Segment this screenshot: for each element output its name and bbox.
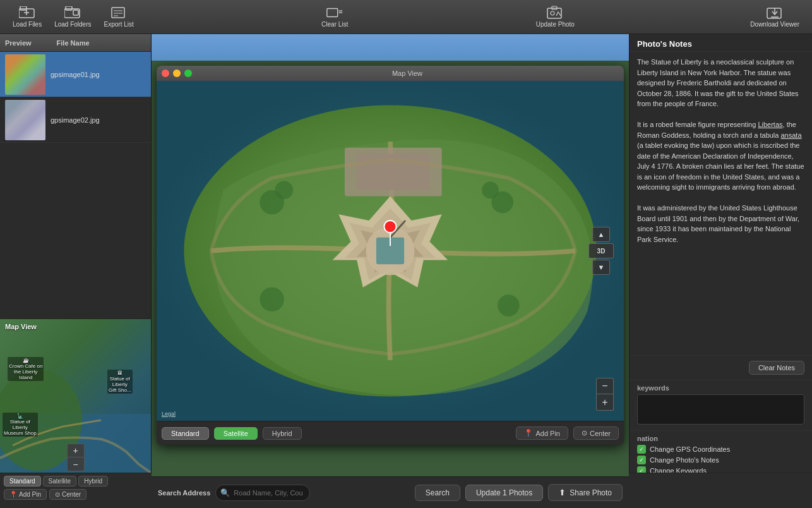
map-zoom-out-button[interactable]: − [596, 378, 614, 394]
download-viewer-button[interactable]: Download Viewer [744, 3, 806, 30]
mini-tab-standard[interactable]: Standard [4, 476, 41, 487]
mini-zoom-in-button[interactable]: + [67, 444, 85, 457]
load-files-button[interactable]: Load Files [6, 3, 48, 30]
mini-map-controls: + − [0, 444, 151, 471]
legal-link[interactable]: Legal [162, 411, 176, 417]
file-name: gpsimage02.jpg [51, 116, 100, 124]
map-tab-standard[interactable]: Standard [162, 427, 209, 440]
map-tab-hybrid[interactable]: Hybrid [263, 427, 302, 440]
notes-content: The Statue of Liberty is a neoclassical … [630, 52, 812, 355]
option-label-notes: Change Photo's Notes [650, 456, 719, 464]
map-window-titlebar: Map View [157, 66, 624, 81]
file-thumbnail [5, 54, 45, 95]
file-list: gpsimage01.jpg gpsimage02.jpg [0, 52, 151, 318]
left-panel: Preview File Name gpsimage01.jpg gpsimag… [0, 34, 152, 508]
svg-point-38 [384, 221, 396, 233]
svg-rect-5 [66, 6, 72, 10]
clear-notes-button[interactable]: Clear Notes [749, 361, 804, 375]
mini-label-text: Statue ofLibertyMuseum Shop [4, 419, 37, 436]
map-3d-button[interactable]: 3D [588, 243, 614, 258]
file-name: gpsimage01.jpg [51, 71, 100, 78]
export-list-icon [110, 6, 128, 20]
map-south-button[interactable]: ▼ [592, 260, 610, 275]
map-tab-satellite[interactable]: Satellite [214, 427, 258, 440]
center-icon: ⊙ [582, 429, 587, 437]
update-photo-button[interactable]: Update Photo [530, 3, 581, 30]
col-header-preview: Preview [5, 39, 32, 47]
map-3d-controls: ▲ 3D ▼ [588, 227, 614, 275]
mini-pin-icon: 📍 [9, 491, 17, 498]
mini-label-text: Statue ofLibertyGift Sho... [109, 376, 131, 393]
svg-rect-11 [327, 8, 338, 16]
map-zoom-buttons: − + [596, 378, 614, 411]
svg-point-32 [275, 181, 293, 200]
svg-point-36 [498, 294, 520, 317]
svg-point-35 [260, 287, 284, 311]
option-label-gps: Change GPS Coordinates [650, 445, 730, 453]
keywords-input[interactable] [637, 394, 804, 425]
mini-label-crown-cafe: ☕ Crown Cafe onthe LibertyIsland [8, 357, 44, 381]
search-magnifier-icon: 🔍 [220, 488, 230, 497]
main-area: Preview File Name gpsimage01.jpg gpsimag… [0, 34, 812, 508]
file-item[interactable]: gpsimage02.jpg [0, 97, 151, 143]
top-bar [152, 34, 629, 61]
map-add-pin-button[interactable]: 📍 Add Pin [516, 426, 568, 440]
thumbnail-image [5, 100, 45, 140]
mini-label-text: Crown Cafe onthe LibertyIsland [9, 363, 42, 380]
map-window: Map View [157, 66, 624, 445]
mini-zoom-out-button[interactable]: − [67, 457, 85, 471]
option-row-gps: ✓ Change GPS Coordinates [637, 445, 804, 454]
map-bottom-controls: Standard Satellite Hybrid 📍 Add Pin ⊙ Ce… [157, 421, 624, 445]
search-address-label: Search Address [158, 489, 210, 497]
share-icon: ⬆ [559, 488, 566, 497]
col-header-filename: File Name [57, 39, 90, 47]
notes-text: The Statue of Liberty is a neoclassical … [637, 57, 804, 109]
toolbar: Load Files Load Folders Export List Clea… [0, 0, 812, 34]
map-window-content[interactable]: ▲ 3D ▼ − + Legal [157, 81, 624, 421]
load-folders-icon [64, 6, 81, 20]
export-list-button[interactable]: Export List [98, 3, 140, 30]
update-photo-icon [546, 6, 564, 20]
update-photos-button[interactable]: Update 1 Photos [465, 485, 543, 501]
option-check-gps[interactable]: ✓ [637, 445, 646, 454]
option-row-notes: ✓ Change Photo's Notes [637, 456, 804, 464]
share-photo-button[interactable]: ⬆ Share Photo [548, 484, 623, 501]
svg-point-34 [482, 181, 499, 198]
center-panel: Map View [152, 34, 629, 508]
file-list-header: Preview File Name [0, 34, 151, 52]
satellite-map-svg [157, 81, 624, 421]
file-thumbnail [5, 100, 45, 140]
mini-tab-satellite[interactable]: Satellite [43, 476, 77, 487]
map-center-button[interactable]: ⊙ Center [573, 426, 619, 440]
svg-rect-1 [20, 6, 27, 10]
map-window-title: Map View [196, 70, 619, 77]
bottom-bar: Search Address 🔍 Search Update 1 Photos … [152, 476, 629, 508]
svg-rect-6 [73, 10, 78, 15]
option-check-notes[interactable]: ✓ [637, 456, 646, 464]
file-item[interactable]: gpsimage01.jpg [0, 52, 151, 97]
svg-rect-7 [112, 8, 124, 18]
mini-center-button[interactable]: ⊙ Center [49, 489, 87, 500]
window-close-button[interactable] [162, 70, 169, 77]
large-map[interactable]: Map View [152, 61, 629, 476]
load-folders-button[interactable]: Load Folders [48, 3, 97, 30]
mini-label-statue-gift: 🏛 Statue ofLibertyGift Sho... [107, 370, 133, 394]
search-button[interactable]: Search [415, 485, 460, 501]
mini-label-icon-crown: ☕ [9, 358, 42, 363]
window-minimize-button[interactable] [173, 70, 181, 77]
mini-map-title: Map View [5, 323, 37, 330]
download-viewer-icon [766, 6, 784, 20]
map-north-button[interactable]: ▲ [592, 227, 610, 242]
mini-tab-hybrid[interactable]: Hybrid [78, 476, 108, 487]
notes-actions: Clear Notes [630, 355, 812, 380]
mini-label-statue-museum: 🗽 Statue ofLibertyMuseum Shop [3, 413, 38, 437]
mini-label-icon-gift: 🏛 [109, 370, 131, 376]
load-files-icon [18, 6, 36, 20]
mini-label-icon-museum: 🗽 [4, 413, 37, 419]
notes-text-2: It is a robed female figure representing… [637, 119, 804, 193]
map-zoom-in-button[interactable]: + [596, 394, 614, 411]
clear-list-button[interactable]: Clear List [303, 3, 366, 30]
options-label: nation [637, 435, 804, 442]
mini-add-pin-button[interactable]: 📍 Add Pin [4, 489, 47, 500]
window-maximize-button[interactable] [184, 70, 192, 77]
